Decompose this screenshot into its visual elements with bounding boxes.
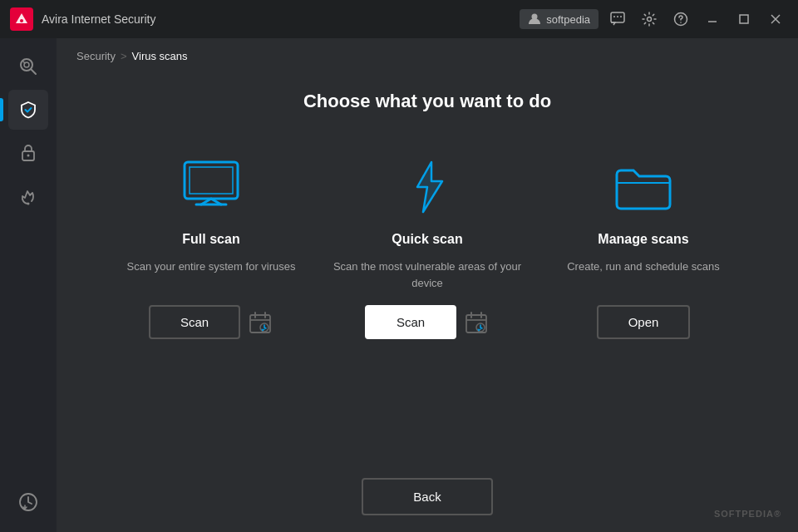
svg-point-6 — [648, 17, 652, 22]
full-scan-button[interactable]: Scan — [149, 305, 240, 339]
svg-point-0 — [20, 19, 23, 22]
back-button[interactable]: Back — [362, 478, 492, 515]
titlebar: Avira Internet Security softpedia — [0, 0, 798, 38]
svg-rect-5 — [620, 16, 622, 17]
user-icon — [528, 12, 541, 26]
svg-rect-3 — [613, 16, 615, 17]
avira-logo — [10, 7, 33, 31]
sidebar-bottom — [8, 482, 48, 522]
page-content: Choose what you want to do Full scan — [57, 74, 798, 532]
page-title: Choose what you want to do — [303, 91, 551, 112]
breadcrumb-parent: Security — [76, 50, 116, 62]
quick-scan-button[interactable]: Scan — [365, 305, 456, 339]
full-scan-icon — [178, 154, 244, 220]
content-area: Security > Virus scans Choose what you w… — [57, 38, 798, 532]
sidebar-item-search[interactable] — [8, 47, 48, 86]
svg-point-16 — [27, 155, 30, 157]
manage-scans-desc: Create, run and schedule scans — [567, 259, 720, 293]
breadcrumb: Security > Virus scans — [57, 38, 798, 74]
help-button[interactable] — [668, 7, 693, 32]
quick-scan-title: Quick scan — [392, 232, 462, 247]
back-section: Back — [362, 478, 492, 515]
quick-scan-schedule-button[interactable] — [463, 309, 490, 336]
maximize-button[interactable] — [732, 7, 756, 32]
user-label: softpedia — [546, 13, 590, 26]
quick-scan-card: Quick scan Scan the most vulnerable area… — [328, 154, 527, 339]
sidebar-item-privacy[interactable] — [8, 133, 48, 173]
sidebar-item-performance[interactable] — [8, 176, 48, 216]
full-scan-actions: Scan — [149, 305, 273, 339]
svg-point-8 — [680, 22, 682, 23]
main-layout: Security > Virus scans Choose what you w… — [0, 38, 798, 532]
manage-scans-card: Manage scans Create, run and schedule sc… — [544, 154, 743, 339]
titlebar-right: softpedia — [520, 7, 788, 32]
sidebar-item-security[interactable] — [8, 90, 48, 130]
full-scan-schedule-button[interactable] — [247, 309, 273, 336]
svg-rect-20 — [190, 167, 233, 194]
full-scan-card: Full scan Scan your entire system for vi… — [111, 154, 311, 339]
quick-scan-desc: Scan the most vulnerable areas of your d… — [328, 259, 527, 293]
manage-scans-icon — [610, 154, 677, 220]
breadcrumb-current: Virus scans — [132, 50, 188, 62]
chat-button[interactable] — [605, 7, 630, 32]
sidebar — [0, 38, 57, 532]
sidebar-item-update[interactable] — [8, 482, 48, 522]
quick-scan-icon — [402, 154, 452, 220]
svg-point-17 — [27, 203, 30, 205]
full-scan-title: Full scan — [182, 232, 239, 247]
titlebar-left: Avira Internet Security — [10, 7, 155, 31]
quick-scan-actions: Scan — [365, 305, 490, 339]
settings-button[interactable] — [637, 7, 662, 32]
user-badge[interactable]: softpedia — [520, 9, 598, 29]
svg-rect-10 — [740, 15, 748, 23]
minimize-button[interactable] — [700, 7, 725, 32]
breadcrumb-separator: > — [121, 50, 127, 62]
app-title: Avira Internet Security — [42, 12, 155, 26]
close-button[interactable] — [763, 7, 788, 32]
manage-scans-open-button[interactable]: Open — [597, 305, 691, 339]
manage-scans-title: Manage scans — [598, 232, 688, 247]
svg-rect-4 — [617, 16, 618, 17]
manage-scans-actions: Open — [597, 305, 691, 339]
cards-row: Full scan Scan your entire system for vi… — [90, 154, 765, 339]
full-scan-desc: Scan your entire system for viruses — [126, 259, 295, 293]
softpedia-watermark: SOFTPEDIA® — [714, 509, 781, 519]
